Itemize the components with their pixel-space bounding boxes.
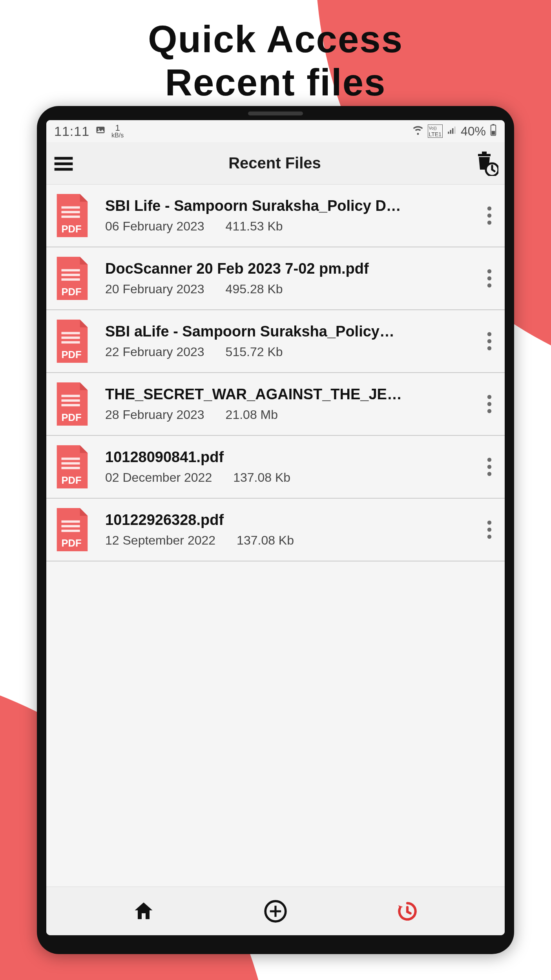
clear-history-button[interactable] [470, 148, 502, 179]
kebab-icon [487, 206, 492, 225]
app-bar: Recent Files [46, 142, 505, 185]
file-info: SBI aLife - Sampoorn Suraksha_Policy… 22… [105, 323, 476, 359]
svg-point-21 [487, 221, 491, 225]
file-date: 22 February 2023 [105, 345, 204, 359]
list-item[interactable]: PDF 10128090841.pdf 02 December 2022 137… [46, 436, 505, 499]
file-date: 28 February 2023 [105, 408, 204, 422]
pdf-icon: PDF [53, 445, 91, 488]
svg-text:PDF: PDF [62, 412, 82, 423]
file-list: PDF SBI Life - Sampoorn Suraksha_Policy … [46, 185, 505, 887]
nav-add-button[interactable] [258, 894, 293, 929]
home-icon [132, 900, 155, 923]
file-name: SBI aLife - Sampoorn Suraksha_Policy… [105, 323, 427, 340]
list-item[interactable]: PDF 10122926328.pdf 12 September 2022 13… [46, 499, 505, 561]
svg-rect-17 [62, 216, 80, 218]
file-date: 06 February 2023 [105, 219, 204, 234]
svg-rect-23 [62, 274, 80, 276]
svg-rect-16 [62, 211, 80, 213]
list-item[interactable]: PDF SBI Life - Sampoorn Suraksha_Policy … [46, 185, 505, 247]
svg-text:PDF: PDF [62, 538, 82, 549]
network-label: Vo)) LTE1 [428, 124, 443, 138]
svg-point-40 [487, 395, 491, 399]
battery-icon [490, 124, 497, 139]
kebab-icon [487, 332, 492, 351]
svg-text:PDF: PDF [62, 349, 82, 360]
svg-rect-2 [448, 132, 449, 133]
more-options-button[interactable] [476, 263, 503, 294]
promo-line2: Recent files [0, 61, 551, 104]
list-item[interactable]: PDF SBI aLife - Sampoorn Suraksha_Policy… [46, 310, 505, 373]
add-circle-icon [263, 899, 288, 923]
svg-rect-43 [62, 457, 80, 460]
nav-home-button[interactable] [126, 894, 161, 929]
svg-rect-13 [482, 152, 487, 154]
svg-point-56 [487, 535, 491, 539]
menu-button[interactable] [48, 148, 79, 179]
pdf-icon: PDF [53, 194, 91, 237]
file-meta: 06 February 2023 411.53 Kb [105, 219, 476, 234]
promo-line1: Quick Access [0, 18, 551, 61]
svg-rect-15 [62, 206, 80, 208]
more-options-button[interactable] [476, 325, 503, 357]
svg-rect-22 [62, 269, 80, 271]
svg-rect-37 [62, 399, 80, 402]
device-frame: 11:11 1 kB/s Vo)) LTE1 [37, 106, 514, 954]
svg-rect-8 [492, 131, 495, 134]
more-options-button[interactable] [476, 388, 503, 420]
status-time: 11:11 [54, 124, 89, 139]
file-name: 10128090841.pdf [105, 449, 427, 466]
svg-rect-9 [55, 157, 73, 159]
svg-point-33 [487, 332, 491, 336]
more-options-button[interactable] [476, 451, 503, 483]
file-size: 495.28 Kb [226, 282, 283, 296]
svg-rect-59 [270, 910, 281, 912]
wifi-icon [412, 124, 424, 139]
kebab-icon [487, 457, 492, 476]
file-size: 515.72 Kb [226, 345, 283, 359]
svg-rect-12 [478, 154, 491, 156]
status-right: Vo)) LTE1 40% [412, 124, 497, 139]
list-item[interactable]: PDF DocScanner 20 Feb 2023 7-02 pm.pdf 2… [46, 247, 505, 310]
screen: 11:11 1 kB/s Vo)) LTE1 [46, 120, 505, 935]
svg-point-20 [487, 214, 491, 218]
status-left: 11:11 1 kB/s [54, 124, 124, 139]
svg-point-28 [487, 283, 491, 287]
file-info: DocScanner 20 Feb 2023 7-02 pm.pdf 20 Fe… [105, 260, 476, 296]
file-date: 02 December 2022 [105, 470, 212, 485]
list-item[interactable]: PDF THE_SECRET_WAR_AGAINST_THE_JE… 28 Fe… [46, 373, 505, 436]
svg-point-41 [487, 402, 491, 406]
svg-rect-24 [62, 278, 80, 281]
file-info: THE_SECRET_WAR_AGAINST_THE_JE… 28 Februa… [105, 386, 476, 422]
file-size: 137.08 Kb [233, 470, 290, 485]
svg-rect-36 [62, 395, 80, 397]
svg-rect-29 [62, 332, 80, 334]
nav-recent-button[interactable] [390, 894, 425, 929]
file-meta: 02 December 2022 137.08 Kb [105, 470, 476, 485]
file-info: 10122926328.pdf 12 September 2022 137.08… [105, 512, 476, 548]
svg-point-47 [487, 458, 491, 462]
svg-rect-44 [62, 462, 80, 464]
file-size: 21.08 Mb [226, 408, 278, 422]
file-date: 12 September 2022 [105, 533, 215, 548]
file-meta: 28 February 2023 21.08 Mb [105, 408, 476, 422]
file-info: 10128090841.pdf 02 December 2022 137.08 … [105, 449, 476, 485]
svg-rect-4 [452, 128, 453, 134]
kebab-icon [487, 269, 492, 288]
svg-rect-3 [450, 130, 451, 134]
more-options-button[interactable] [476, 514, 503, 545]
pdf-icon: PDF [53, 382, 91, 426]
file-date: 20 February 2023 [105, 282, 204, 296]
svg-point-35 [487, 346, 491, 350]
svg-point-26 [487, 269, 491, 273]
pdf-icon: PDF [53, 508, 91, 551]
more-options-button[interactable] [476, 200, 503, 231]
file-name: SBI Life - Sampoorn Suraksha_Policy D… [105, 197, 427, 214]
svg-point-1 [98, 128, 100, 130]
svg-point-27 [487, 276, 491, 280]
file-meta: 20 February 2023 495.28 Kb [105, 282, 476, 296]
hamburger-icon [53, 152, 75, 174]
file-meta: 22 February 2023 515.72 Kb [105, 345, 476, 359]
svg-rect-50 [62, 520, 80, 523]
status-bar: 11:11 1 kB/s Vo)) LTE1 [46, 120, 505, 142]
svg-point-49 [487, 472, 491, 476]
